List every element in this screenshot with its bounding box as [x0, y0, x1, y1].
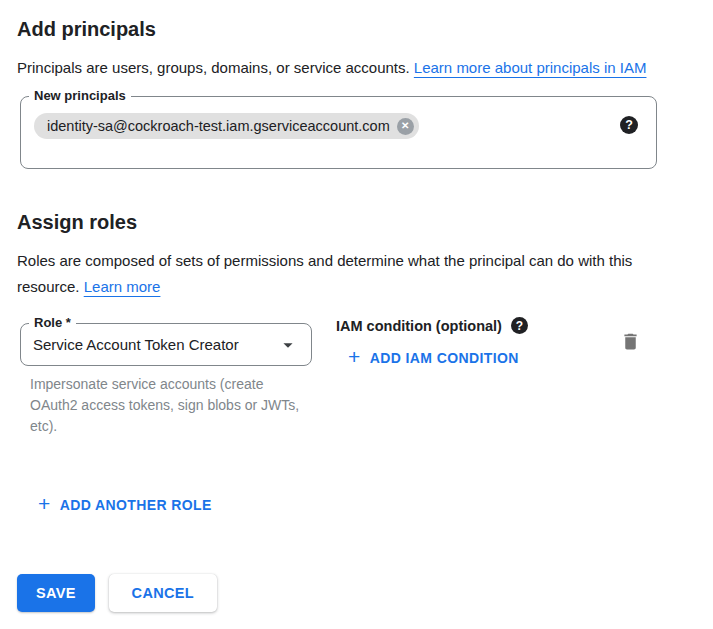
role-select-value: Service Account Token Creator	[33, 336, 269, 353]
role-select-label: Role *	[29, 315, 76, 331]
principal-chip: identity-sa@cockroach-test.iam.gservicea…	[34, 113, 419, 139]
page-title: Add principals	[17, 17, 696, 41]
role-column: Role * Service Account Token Creator Imp…	[20, 323, 312, 516]
iam-condition-label: IAM condition (optional)	[336, 318, 502, 334]
add-iam-condition-label: ADD IAM CONDITION	[370, 350, 519, 366]
assign-roles-paragraph: Roles are composed of sets of permission…	[17, 248, 669, 300]
new-principals-label: New principals	[29, 88, 131, 104]
add-principals-panel: Add principals Principals are users, gro…	[0, 0, 713, 612]
dialog-actions: SAVE CANCEL	[17, 574, 696, 612]
learn-more-roles-link[interactable]: Learn more	[84, 278, 161, 295]
add-another-role-button[interactable]: + ADD ANOTHER ROLE	[38, 497, 212, 513]
cancel-button[interactable]: CANCEL	[109, 574, 217, 612]
plus-icon: +	[38, 496, 51, 512]
save-button[interactable]: SAVE	[17, 574, 95, 612]
add-iam-condition-button[interactable]: + ADD IAM CONDITION	[348, 350, 519, 366]
new-principals-field[interactable]: New principals identity-sa@cockroach-tes…	[20, 96, 657, 169]
dropdown-arrow-icon	[277, 334, 299, 356]
plus-icon: +	[348, 349, 361, 365]
trash-icon	[620, 340, 641, 355]
intro-text: Principals are users, groups, domains, o…	[17, 59, 414, 76]
add-another-role-label: ADD ANOTHER ROLE	[60, 497, 212, 513]
principals-help-icon[interactable]: ?	[620, 116, 638, 134]
iam-condition-help-icon[interactable]: ?	[511, 317, 528, 334]
role-helper-text: Impersonate service accounts (create OAu…	[30, 374, 312, 437]
intro-paragraph: Principals are users, groups, domains, o…	[17, 55, 669, 81]
role-select[interactable]: Role * Service Account Token Creator	[20, 323, 312, 366]
assign-roles-title: Assign roles	[17, 210, 696, 234]
chip-remove-icon[interactable]: ✕	[397, 118, 414, 135]
learn-more-principals-link[interactable]: Learn more about principals in IAM	[414, 59, 647, 76]
role-row: Role * Service Account Token Creator Imp…	[17, 323, 696, 516]
delete-role-button[interactable]	[618, 329, 643, 354]
principal-chip-value: identity-sa@cockroach-test.iam.gservicea…	[47, 118, 390, 134]
